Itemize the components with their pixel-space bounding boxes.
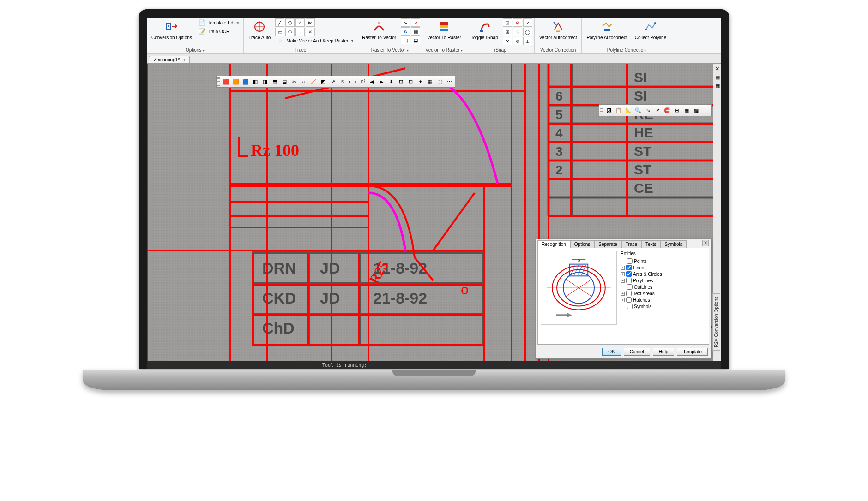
tb2-btn-9[interactable]: ▦: [682, 106, 691, 115]
tb1-btn-20[interactable]: ⊟: [406, 77, 415, 86]
palette-icon-2[interactable]: ▦: [714, 82, 721, 89]
vector-autocorrect-button[interactable]: Vector Autocorrect: [536, 18, 580, 41]
tb1-btn-23[interactable]: ⬚: [435, 77, 444, 86]
tb2-btn-1[interactable]: 🖼: [604, 106, 614, 115]
trace-auto-button[interactable]: Trace Auto: [246, 18, 273, 41]
collect-polyline-button[interactable]: Collect Polyline: [632, 18, 669, 41]
palette-close-icon[interactable]: ✕: [714, 66, 721, 72]
help-button[interactable]: Help: [653, 348, 675, 356]
trace-polygon-button[interactable]: ⬠: [285, 18, 295, 27]
trace-circle-button[interactable]: ○: [295, 18, 305, 27]
side-vertical-label[interactable]: R2V Conversion Options: [712, 293, 720, 351]
tb2-btn-8[interactable]: ⊞: [672, 106, 681, 115]
entity-checkbox[interactable]: [627, 284, 633, 290]
tb1-btn-21[interactable]: ✦: [416, 77, 425, 86]
expand-icon[interactable]: +: [621, 292, 625, 296]
raster-to-vector-button[interactable]: Raster To Vector: [359, 18, 399, 41]
tb1-btn-7[interactable]: ⬓: [280, 77, 289, 86]
toggle-rsnap-button[interactable]: Toggle rSnap: [468, 18, 501, 41]
entity-checkbox[interactable]: [626, 265, 632, 270]
entity-checkbox[interactable]: [627, 258, 633, 264]
tb2-btn-7[interactable]: 🧲: [663, 106, 672, 115]
floating-toolbar-2[interactable]: 🖼 📋 📐 🔍 ↘ ↗ 🧲 ⊞ ▦ ▩ ⋯: [599, 104, 712, 116]
tb1-btn-17[interactable]: ▶: [377, 77, 386, 86]
tab-symbols[interactable]: Symbols: [660, 240, 686, 248]
tab-trace[interactable]: Trace: [621, 240, 641, 248]
r2v-tool-6[interactable]: ⬓: [411, 36, 420, 44]
tb1-btn-11[interactable]: ◩: [319, 77, 328, 86]
tb1-btn-14[interactable]: ⟷: [348, 77, 357, 86]
tb2-btn-6[interactable]: ↗: [653, 106, 662, 115]
rsnap-2[interactable]: ⊘: [513, 18, 522, 27]
rsnap-5[interactable]: ◇: [513, 28, 522, 36]
tb1-btn-15[interactable]: 🇩: [357, 77, 367, 86]
palette-icon-1[interactable]: ▤: [714, 74, 721, 80]
rsnap-4[interactable]: ⊞: [503, 28, 512, 36]
tb1-btn-2[interactable]: 🟧: [231, 77, 241, 86]
tb1-btn-22[interactable]: ▦: [425, 77, 434, 86]
entity-checkbox[interactable]: [627, 304, 633, 309]
tb1-btn-13[interactable]: ⇱: [338, 77, 347, 86]
r2v-tool-1[interactable]: ↘: [401, 18, 410, 27]
tb2-btn-10[interactable]: ▩: [692, 106, 701, 115]
tb1-btn-more[interactable]: ⋯: [445, 77, 454, 86]
train-ocr-button[interactable]: 📝 Train OCR: [197, 27, 241, 36]
expand-icon[interactable]: +: [621, 298, 625, 302]
toolbar-grip-icon[interactable]: [217, 77, 220, 86]
trace-ellipse-button[interactable]: ⬭: [285, 28, 295, 36]
rsnap-6[interactable]: ◯: [523, 28, 532, 36]
tb2-btn-3[interactable]: 📐: [624, 106, 633, 115]
toolbar-grip-icon[interactable]: [600, 106, 603, 115]
trace-line-button[interactable]: ╱: [275, 18, 284, 27]
entity-checkbox[interactable]: [626, 291, 632, 296]
cancel-button[interactable]: Cancel: [624, 348, 650, 356]
dialog-close-button[interactable]: ✕: [702, 240, 709, 246]
vector-to-raster-button[interactable]: Vector To Raster: [424, 18, 464, 41]
document-tab-close-icon[interactable]: ×: [182, 58, 185, 62]
tab-recognition[interactable]: Recognition: [537, 240, 570, 248]
entity-checkbox[interactable]: [626, 297, 632, 303]
entity-checkbox[interactable]: [626, 278, 632, 283]
tb2-btn-4[interactable]: 🔍: [633, 106, 643, 115]
rsnap-8[interactable]: ⊙: [513, 37, 522, 45]
polyline-autocorrect-button[interactable]: Polyline Autocorrect: [584, 18, 630, 41]
ribbon-group-label-v2r[interactable]: Vector To Raster: [424, 47, 464, 53]
document-tab[interactable]: Zeichnung1* ×: [149, 56, 190, 63]
ok-button[interactable]: OK: [602, 348, 621, 356]
tb2-btn-5[interactable]: ↘: [643, 106, 652, 115]
template-button[interactable]: Template: [677, 348, 708, 356]
tb1-btn-19[interactable]: ⊞: [396, 77, 405, 86]
conversion-options-button[interactable]: Conversion Options: [149, 18, 195, 41]
expand-icon[interactable]: +: [621, 266, 625, 270]
r2v-tool-4[interactable]: ▦: [411, 27, 420, 36]
tab-separate[interactable]: Separate: [594, 240, 621, 248]
tab-texts[interactable]: Texts: [641, 240, 660, 248]
tb1-btn-5[interactable]: ◨: [260, 77, 270, 86]
trace-arc-button[interactable]: ⌒: [295, 28, 305, 36]
tb1-btn-4[interactable]: ◧: [251, 77, 260, 86]
template-editor-button[interactable]: 📄 Template Editor: [197, 18, 241, 27]
entity-checkbox[interactable]: [626, 271, 632, 277]
tb1-btn-3[interactable]: 🟦: [241, 77, 250, 86]
rsnap-9[interactable]: ⊥: [523, 37, 532, 45]
r2v-tool-2[interactable]: ↗: [411, 18, 420, 27]
tb1-btn-18[interactable]: ⬍: [386, 77, 396, 86]
tb1-btn-16[interactable]: ◀: [367, 77, 376, 86]
trace-rect-button[interactable]: ▭: [275, 28, 284, 36]
tb1-btn-1[interactable]: 🟥: [222, 77, 231, 86]
rsnap-7[interactable]: ✕: [503, 37, 512, 45]
expand-icon[interactable]: +: [621, 272, 625, 276]
make-vector-keep-raster-button[interactable]: ⟋ Make Vector And Keep Raster: [275, 36, 355, 45]
tb1-btn-12[interactable]: ↗: [328, 77, 338, 86]
rsnap-1[interactable]: ⊡: [503, 18, 512, 27]
tb1-btn-10[interactable]: 🧹: [309, 77, 318, 86]
tb1-btn-8[interactable]: ✂: [289, 77, 299, 86]
ribbon-group-label-options[interactable]: Options: [149, 47, 241, 53]
floating-toolbar-1[interactable]: 🟥 🟧 🟦 ◧ ◨ ⬒ ⬓ ✂ ↔ 🧹 ◩ ↗ ⇱ ⟷ 🇩 ◀ ▶: [216, 76, 455, 88]
tb1-btn-6[interactable]: ⬒: [270, 77, 279, 86]
tb1-btn-9[interactable]: ↔: [299, 77, 308, 86]
trace-connect-button[interactable]: ⋈: [306, 18, 315, 27]
tab-options[interactable]: Options: [570, 240, 594, 248]
trace-intersect-button[interactable]: ✕: [306, 28, 315, 36]
tb2-btn-more[interactable]: ⋯: [701, 106, 711, 115]
